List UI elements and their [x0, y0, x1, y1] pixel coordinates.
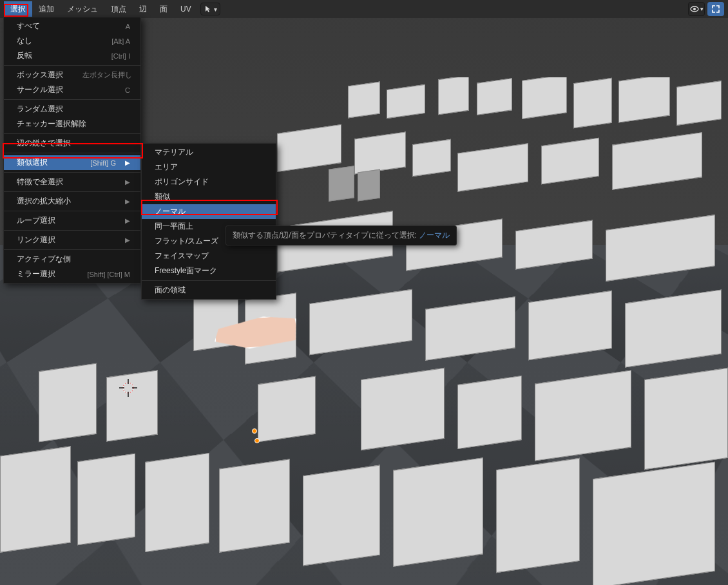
- menu-item-shortcut: [Shift] [Ctrl] M: [87, 271, 130, 278]
- menu-item-label: リンク選択: [17, 235, 55, 245]
- submenu-item-face-regions[interactable]: 面の領域: [142, 283, 276, 298]
- submenu-item-similar[interactable]: 類似: [142, 189, 276, 204]
- submenu-item-normal[interactable]: ノーマル: [142, 204, 276, 219]
- menu-item-label: ランダム選択: [17, 104, 63, 115]
- tooltip: 類似する頂点/辺/面をプロパティタイプに従って選択: ノーマル: [225, 225, 457, 245]
- menu-item-mirror-select[interactable]: ミラー選択 [Shift] [Ctrl] M: [4, 267, 140, 282]
- menu-item-label: チェッカー選択解除: [17, 119, 86, 129]
- menu-item-label: フェイスマップ: [155, 251, 209, 262]
- menu-item-label: ポリゴンサイド: [155, 177, 209, 187]
- menu-item-box-select[interactable]: ボックス選択 左ボタン長押し: [4, 68, 140, 82]
- cursor-tool-icon: [204, 5, 213, 14]
- menu-uv[interactable]: UV: [174, 2, 198, 16]
- menu-item-side-of-active[interactable]: アクティブな側: [4, 252, 140, 267]
- menu-separator: [4, 65, 140, 66]
- menu-vertex[interactable]: 頂点: [104, 1, 133, 17]
- menu-item-label: マテリアル: [155, 147, 193, 158]
- menu-separator: [4, 153, 140, 153]
- header-dropdown[interactable]: ▾: [200, 3, 220, 15]
- menu-select[interactable]: 選択: [4, 1, 32, 17]
- menu-item-shortcut: [Shift] G: [90, 159, 116, 167]
- svg-point-1: [123, 383, 133, 393]
- menu-item-shortcut: 左ボタン長押し: [82, 70, 132, 80]
- submenu-item-polygon-sides[interactable]: ポリゴンサイド: [142, 175, 276, 189]
- menu-add[interactable]: 追加: [32, 1, 61, 17]
- menu-item-shortcut: [Ctrl] I: [111, 52, 130, 60]
- menu-item-more-less[interactable]: 選択の拡大縮小 ▶: [4, 194, 140, 209]
- menu-item-label: ミラー選択: [17, 269, 55, 280]
- menu-item-label: 反転: [17, 50, 32, 61]
- menu-item-label: エリア: [155, 162, 178, 173]
- menu-item-checker-deselect[interactable]: チェッカー選択解除: [4, 117, 140, 131]
- menu-item-label: 辺の鋭さで選択: [17, 138, 71, 149]
- menu-item-label: アクティブな側: [17, 254, 71, 265]
- expand-icon: [711, 5, 720, 14]
- menu-separator: [4, 249, 140, 250]
- menu-item-label: Freestyle面マーク: [155, 265, 217, 276]
- menu-item-label: すべて: [17, 21, 40, 32]
- chevron-right-icon: ▶: [125, 236, 130, 244]
- menu-item-random[interactable]: ランダム選択: [4, 102, 140, 117]
- menu-separator: [4, 211, 140, 211]
- cursor-3d-icon: [118, 378, 139, 398]
- tooltip-accent: ノーマル: [419, 231, 450, 240]
- chevron-right-icon: ▶: [125, 159, 130, 166]
- submenu-item-area[interactable]: エリア: [142, 160, 276, 175]
- menu-item-label: フラット/スムーズ: [155, 236, 218, 247]
- chevron-down-icon: ▾: [700, 6, 704, 12]
- menu-separator: [4, 191, 140, 192]
- menu-item-none[interactable]: なし [Alt] A: [4, 34, 140, 48]
- menu-item-select-similar[interactable]: 類似選択 [Shift] G ▶: [4, 155, 140, 170]
- menu-item-invert[interactable]: 反転 [Ctrl] I: [4, 48, 140, 63]
- menu-item-label: 類似選択: [17, 157, 48, 168]
- menu-item-label: ボックス選択: [17, 70, 63, 81]
- expand-button[interactable]: [707, 2, 724, 16]
- menu-item-label: 類似: [155, 191, 170, 202]
- menu-separator: [4, 133, 140, 134]
- menu-item-label: サークル選択: [17, 84, 63, 95]
- menu-item-shortcut: A: [126, 23, 130, 30]
- origin-point-icon: [254, 438, 260, 443]
- menu-separator: [4, 172, 140, 173]
- menu-item-all-by-trait[interactable]: 特徴で全選択 ▶: [4, 175, 140, 189]
- menu-item-label: ループ選択: [17, 215, 55, 226]
- submenu-item-freestyle-face-mark[interactable]: Freestyle面マーク: [142, 264, 276, 278]
- visibility-toggle[interactable]: ▾: [688, 2, 705, 16]
- submenu-item-material[interactable]: マテリアル: [142, 145, 276, 160]
- chevron-right-icon: ▶: [125, 217, 130, 224]
- menu-item-shortcut: C: [125, 86, 130, 94]
- select-menu: すべて A なし [Alt] A 反転 [Ctrl] I ボックス選択 左ボタン…: [3, 17, 141, 283]
- svg-point-7: [693, 8, 696, 10]
- menu-edge[interactable]: 辺: [133, 1, 153, 17]
- chevron-right-icon: ▶: [125, 198, 130, 205]
- chevron-right-icon: ▶: [125, 178, 130, 186]
- menu-item-label: ノーマル: [155, 206, 186, 217]
- menu-item-label: 特徴で全選択: [17, 177, 63, 187]
- menu-item-linked-select[interactable]: リンク選択 ▶: [4, 233, 140, 247]
- eye-icon: [689, 4, 700, 14]
- menu-item-label: なし: [17, 35, 32, 46]
- menu-item-circle-select[interactable]: サークル選択 C: [4, 82, 140, 97]
- menu-item-sharp-edges[interactable]: 辺の鋭さで選択: [4, 136, 140, 151]
- menu-item-label: 面の領域: [155, 285, 186, 296]
- menu-separator: [142, 280, 276, 281]
- menu-item-shortcut: [Alt] A: [111, 37, 130, 45]
- submenu-item-face-map[interactable]: フェイスマップ: [142, 249, 276, 264]
- menu-item-label: 選択の拡大縮小: [17, 196, 71, 207]
- tooltip-text: 類似する頂点/辺/面をプロパティタイプに従って選択:: [233, 231, 417, 240]
- menu-item-all[interactable]: すべて A: [4, 19, 140, 34]
- menu-item-label: 同一平面上: [155, 221, 193, 232]
- menu-item-loop-select[interactable]: ループ選択 ▶: [4, 213, 140, 228]
- header-right-tools: ▾: [688, 0, 724, 18]
- chevron-down-icon: ▾: [214, 6, 217, 13]
- menu-separator: [4, 230, 140, 231]
- menu-face[interactable]: 面: [153, 1, 174, 17]
- menu-mesh[interactable]: メッシュ: [61, 1, 104, 17]
- origin-point-icon: [252, 428, 257, 434]
- menu-separator: [4, 99, 140, 100]
- header-toolbar: 選択 追加 メッシュ 頂点 辺 面 UV ▾ ▾: [0, 0, 728, 18]
- select-similar-submenu: マテリアル エリア ポリゴンサイド 類似 ノーマル 同一平面上 フラット/スムー…: [141, 143, 276, 300]
